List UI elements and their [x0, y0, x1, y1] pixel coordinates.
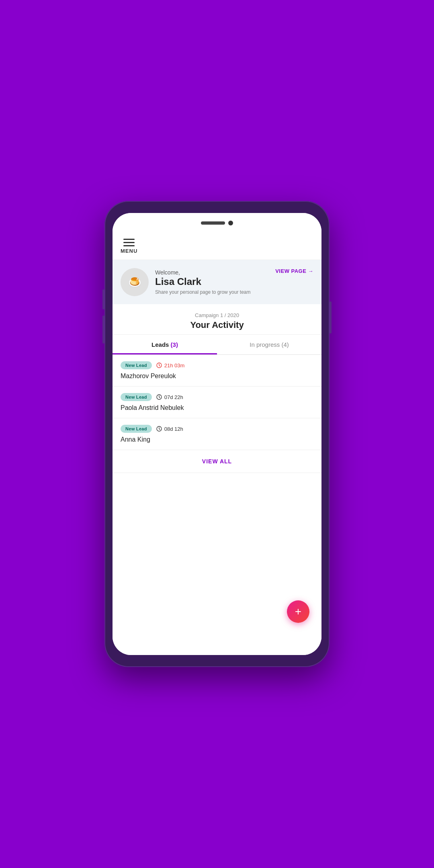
fab-plus-icon: +	[295, 606, 301, 617]
time-display: 07d 22h	[156, 394, 183, 400]
view-all-label: VIEW ALL	[202, 458, 232, 465]
status-bar	[113, 213, 321, 233]
lead-name: Anna King	[121, 436, 313, 443]
lead-item[interactable]: New Lead 08d 12h Anna King	[113, 418, 321, 450]
lead-meta: New Lead 07d 22h	[121, 393, 313, 401]
tabs-container: Leads (3) In progress (4)	[113, 335, 321, 355]
lead-meta: New Lead 08d 12h	[121, 425, 313, 433]
activity-section: Campaign 1 / 2020 Your Activity	[113, 304, 321, 335]
tab-in-progress[interactable]: In progress (4)	[217, 335, 321, 354]
time-display: 21h 03m	[156, 362, 185, 368]
new-lead-badge: New Lead	[121, 425, 152, 433]
activity-title: Your Activity	[121, 320, 313, 330]
welcome-name: Lisa Clark	[155, 276, 313, 287]
welcome-subtitle: Share your personal page to grow your te…	[155, 289, 313, 295]
power-button	[330, 301, 332, 334]
tab-leads[interactable]: Leads (3)	[113, 335, 217, 354]
volume-up-button	[102, 289, 104, 309]
campaign-label: Campaign 1 / 2020	[121, 312, 313, 318]
tab-in-progress-label: In progress (4)	[250, 341, 289, 348]
lead-time: 07d 22h	[164, 394, 183, 400]
phone-screen: MENU 🍮 Welcome, Lisa Clark Share your pe…	[113, 213, 321, 655]
tab-leads-label: Leads	[151, 341, 171, 348]
fab-button[interactable]: +	[287, 600, 309, 623]
welcome-banner: 🍮 Welcome, Lisa Clark Share your persona…	[113, 260, 321, 304]
avatar: 🍮	[121, 268, 149, 296]
lead-time: 08d 12h	[164, 426, 183, 432]
leads-list: New Lead 21h 03m Mazhorov Pereulok	[113, 355, 321, 473]
view-all-button[interactable]: VIEW ALL	[113, 450, 321, 473]
hamburger-icon	[123, 239, 135, 246]
camera-dot	[228, 221, 233, 225]
view-page-link[interactable]: VIEW PAGE →	[275, 268, 313, 274]
clock-icon	[156, 394, 162, 400]
lead-meta: New Lead 21h 03m	[121, 361, 313, 369]
app-content: MENU 🍮 Welcome, Lisa Clark Share your pe…	[113, 233, 321, 655]
lead-item[interactable]: New Lead 21h 03m Mazhorov Pereulok	[113, 355, 321, 387]
phone-frame: MENU 🍮 Welcome, Lisa Clark Share your pe…	[104, 201, 330, 667]
clock-icon	[156, 362, 162, 368]
volume-down-button	[102, 315, 104, 344]
lead-time: 21h 03m	[164, 362, 185, 368]
menu-button[interactable]: MENU	[121, 239, 137, 254]
time-display: 08d 12h	[156, 426, 183, 432]
view-page-label: VIEW PAGE →	[275, 268, 313, 274]
lead-item[interactable]: New Lead 07d 22h Paola Anstrid Nebulek	[113, 387, 321, 418]
new-lead-badge: New Lead	[121, 393, 152, 401]
speaker	[201, 221, 225, 225]
lead-name: Mazhorov Pereulok	[121, 373, 313, 380]
new-lead-badge: New Lead	[121, 361, 152, 369]
lead-name: Paola Anstrid Nebulek	[121, 404, 313, 411]
tab-leads-count: (3)	[171, 341, 178, 348]
menu-bar: MENU	[113, 233, 321, 260]
clock-icon	[156, 426, 162, 432]
menu-label: MENU	[121, 248, 137, 254]
